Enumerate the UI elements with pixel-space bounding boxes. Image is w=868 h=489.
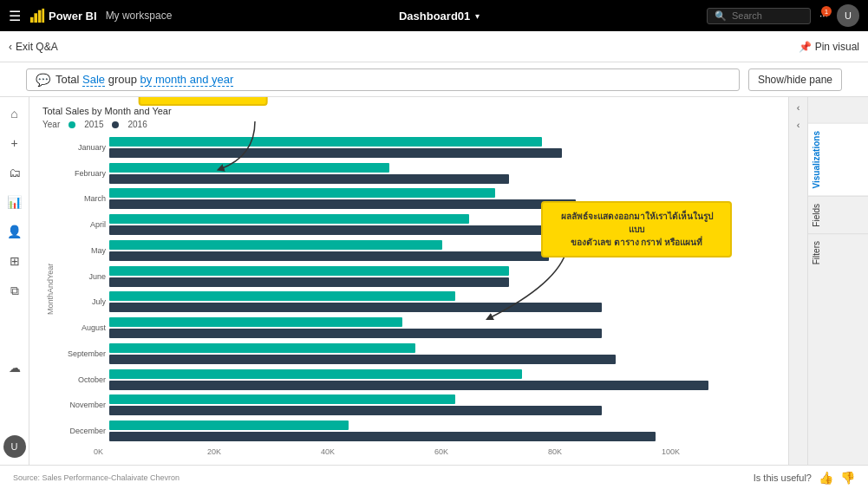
sidebar-layers-icon[interactable]: ⧉	[5, 281, 24, 300]
legend-dot-2015	[69, 121, 75, 128]
month-label: January	[58, 143, 106, 152]
right-chevron-icon-2[interactable]: ‹	[795, 118, 802, 132]
chart-row: July	[58, 290, 775, 316]
bar-2016	[109, 381, 708, 390]
exit-qa-label: Exit Q&A	[16, 41, 58, 53]
month-label: October	[58, 375, 106, 384]
bar-2016	[109, 355, 616, 364]
chart-area: Total Sales by Month and Year Year 2015 …	[29, 97, 788, 465]
chart-row: August	[58, 315, 775, 341]
right-collapse-panel: ‹ ‹	[788, 97, 807, 465]
month-label: June	[58, 272, 106, 281]
show-hide-pane-button[interactable]: Show/hide pane	[748, 68, 842, 91]
exit-qa-button[interactable]: ‹ Exit Q&A	[9, 41, 58, 53]
sidebar-home-icon[interactable]: ⌂	[5, 104, 24, 123]
qa-icon: 💬	[36, 73, 50, 87]
source-bar: Source: Sales Performance-Chalaivate Che…	[0, 465, 868, 489]
pin-visual-button[interactable]: 📌 Pin visual	[799, 41, 859, 53]
chart-row: October	[58, 367, 775, 393]
search-callout-box: พิมพ์ด้วย Natural Search	[139, 97, 268, 106]
bar-2015	[109, 421, 349, 430]
avatar[interactable]: U	[837, 4, 859, 27]
pin-icon: 📌	[799, 41, 812, 53]
thumbsdown-icon[interactable]: 👎	[840, 471, 855, 485]
bar-2016	[109, 329, 602, 338]
legend-2016: 2016	[127, 120, 147, 129]
topbar: ☰ Power BI My workspace Dashboard01 ▾ 🔍 …	[0, 0, 868, 31]
topbar-center: Dashboard01 ▾	[172, 10, 707, 23]
qa-input[interactable]: 💬 Total Sale group by month and year	[26, 68, 740, 91]
bar-2015	[109, 394, 455, 404]
month-label: September	[58, 349, 106, 358]
sidebar-cloud-icon[interactable]: ☁	[5, 358, 24, 377]
chart-legend: Year 2015 2016	[42, 120, 775, 129]
svg-rect-1	[34, 13, 37, 23]
source-text: Source: Sales Performance-Chalaivate Che…	[13, 473, 179, 482]
chart-row: December	[58, 418, 775, 444]
chart-row: June	[58, 264, 775, 290]
tab-visualizations[interactable]: Visualizations	[808, 123, 868, 196]
search-input[interactable]	[732, 10, 801, 21]
hamburger-icon[interactable]: ☰	[9, 8, 21, 24]
legend-label: Year	[42, 120, 60, 129]
bar-2015	[109, 240, 442, 250]
bar-2015	[109, 214, 469, 224]
dashboard-title: Dashboard01	[399, 10, 470, 23]
chart-body: MonthAndYear JanuaryFebruaryMarchAprilMa…	[42, 134, 775, 444]
bar-2016	[109, 303, 602, 312]
bar-2016	[109, 225, 589, 235]
legend-dot-2016	[112, 121, 119, 128]
bar-2015	[109, 266, 509, 276]
sidebar-avatar[interactable]: U	[3, 435, 26, 458]
pin-visual-label: Pin visual	[815, 41, 859, 53]
powerbi-logo-icon	[29, 8, 45, 23]
tab-fields[interactable]: Fields	[808, 196, 868, 234]
bar-2015	[109, 291, 455, 301]
svg-rect-2	[38, 10, 42, 23]
sidebar-chart-icon[interactable]: 📊	[5, 192, 24, 212]
x-tick: 100K	[662, 447, 775, 456]
bar-2015	[109, 163, 389, 173]
bar-2016	[109, 251, 549, 261]
search-box[interactable]: 🔍	[707, 8, 811, 24]
back-arrow-icon: ‹	[9, 41, 12, 53]
bars-container	[109, 317, 775, 338]
left-sidebar: ⌂ + 🗂 📊 👤 ⊞ ⧉ ☁ U	[0, 97, 29, 465]
month-label: August	[58, 323, 106, 332]
sidebar-grid-icon[interactable]: ⊞	[5, 251, 24, 271]
month-label: July	[58, 297, 106, 306]
chart-row: September	[58, 341, 775, 367]
chevron-down-icon[interactable]: ▾	[475, 11, 480, 21]
bar-2016	[109, 277, 509, 287]
month-label: December	[58, 427, 106, 435]
bars-container	[109, 421, 775, 441]
secondbar: ‹ Exit Q&A 📌 Pin visual	[0, 31, 868, 62]
notification-badge: 1	[821, 6, 832, 16]
sidebar-add-icon[interactable]: +	[5, 134, 24, 153]
right-chevron-icon[interactable]: ‹	[795, 101, 802, 114]
tab-filters[interactable]: Filters	[808, 233, 868, 271]
x-tick: 0K	[94, 447, 207, 456]
month-label: March	[58, 194, 106, 203]
bars-container	[109, 343, 775, 364]
x-tick: 80K	[548, 447, 662, 456]
bar-2016	[109, 432, 656, 441]
month-label: May	[58, 246, 106, 255]
bars-container	[109, 137, 775, 158]
useful-label: Is this useful?	[754, 473, 812, 483]
svg-rect-3	[42, 9, 44, 23]
bars-container	[109, 163, 775, 184]
bar-2016	[109, 148, 562, 158]
thumbsup-icon[interactable]: 👍	[819, 471, 833, 485]
qabar: 💬 Total Sale group by month and year Sho…	[0, 62, 868, 97]
x-tick: 60K	[434, 447, 548, 456]
topbar-right: 🔍 ··· 1 U	[707, 4, 859, 27]
notification-button[interactable]: ··· 1	[819, 10, 828, 22]
powerbi-logo: Power BI	[29, 8, 97, 23]
bars-container	[109, 291, 775, 312]
useful-bar: Is this useful? 👍 👎	[754, 471, 855, 485]
sidebar-folder-icon[interactable]: 🗂	[5, 163, 24, 182]
bar-2016	[109, 174, 509, 184]
sidebar-person-icon[interactable]: 👤	[5, 222, 24, 241]
month-label: April	[58, 220, 106, 229]
